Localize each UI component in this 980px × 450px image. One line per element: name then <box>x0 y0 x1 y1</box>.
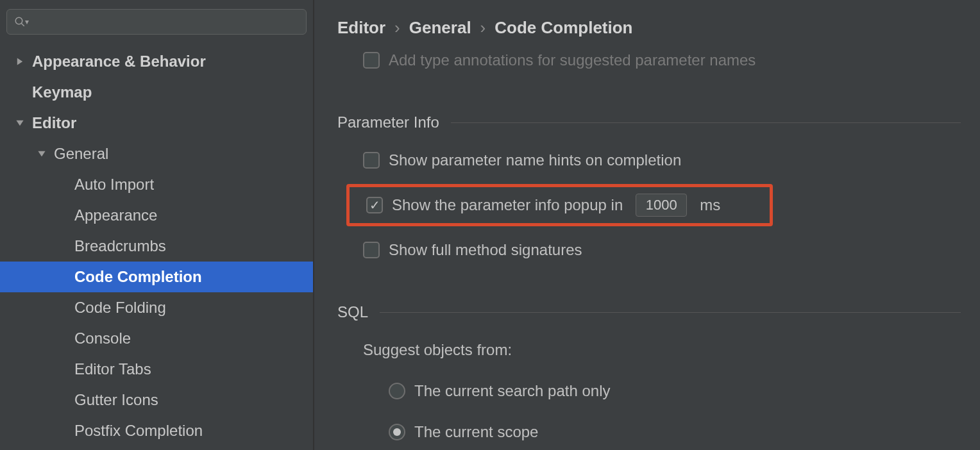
svg-line-1 <box>21 23 24 26</box>
sidebar-item-label: General <box>54 145 108 163</box>
checkbox[interactable] <box>363 52 380 69</box>
sidebar-item-breadcrumbs[interactable]: Breadcrumbs <box>0 231 313 262</box>
sidebar-item-editor[interactable]: Editor <box>0 108 313 138</box>
option-label: Show parameter name hints on completion <box>389 151 681 169</box>
radio-current-scope[interactable]: The current scope <box>337 417 961 447</box>
option-show-param-info-popup[interactable]: Show the parameter info popup in ms <box>353 194 720 217</box>
checkbox[interactable] <box>366 197 383 213</box>
sidebar-item-label: Console <box>74 329 131 347</box>
radio-current-search-path[interactable]: The current search path only <box>337 376 961 406</box>
sidebar-item-label: Appearance <box>74 206 157 224</box>
checkbox[interactable] <box>363 242 380 258</box>
divider <box>451 122 961 123</box>
section-label: Parameter Info <box>337 113 439 131</box>
settings-body: Add type annotations for suggested param… <box>314 52 980 450</box>
chevron-right-icon <box>12 53 28 70</box>
chevron-down-icon <box>12 115 28 131</box>
sidebar-item-label: Editor Tabs <box>74 360 151 378</box>
option-add-type-annotations[interactable]: Add type annotations for suggested param… <box>337 52 961 75</box>
breadcrumb: Editor › General › Code Completion <box>314 0 980 52</box>
sidebar-item-appearance-behavior[interactable]: Appearance & Behavior <box>0 46 313 77</box>
sidebar-item-code-folding[interactable]: Code Folding <box>0 292 313 323</box>
option-label-suffix: ms <box>700 196 720 214</box>
search-input[interactable] <box>33 13 300 30</box>
settings-content: Editor › General › Code Completion Add t… <box>314 0 980 450</box>
radio-button[interactable] <box>389 383 405 399</box>
checkbox[interactable] <box>363 152 380 169</box>
option-label: Show the parameter info popup in <box>392 196 623 214</box>
sidebar-item-general[interactable]: General <box>0 138 313 169</box>
section-sql: SQL <box>337 303 961 321</box>
sidebar-item-label: Editor <box>32 114 76 132</box>
section-parameter-info: Parameter Info <box>337 113 961 131</box>
settings-search[interactable]: ▾ <box>6 9 307 35</box>
option-show-param-name-hints[interactable]: Show parameter name hints on completion <box>337 146 961 175</box>
highlighted-option: Show the parameter info popup in ms <box>346 184 773 226</box>
option-label: Show full method signatures <box>389 241 582 259</box>
param-info-delay-input[interactable] <box>636 194 687 217</box>
sidebar-item-code-completion[interactable]: Code Completion <box>0 262 313 292</box>
settings-tree: Appearance & Behavior Keymap Editor Gene… <box>0 46 313 450</box>
breadcrumb-item[interactable]: Code Completion <box>494 18 632 38</box>
option-label: Suggest objects from: <box>363 341 512 359</box>
suggest-objects-label: Suggest objects from: <box>337 335 961 365</box>
sidebar-item-label: Auto Import <box>74 176 154 194</box>
option-label: The current search path only <box>414 382 611 400</box>
breadcrumb-item[interactable]: General <box>409 18 471 38</box>
chevron-down-icon: ▾ <box>25 17 29 26</box>
breadcrumb-item[interactable]: Editor <box>337 18 385 38</box>
divider <box>380 312 961 313</box>
option-show-full-signatures[interactable]: Show full method signatures <box>337 235 961 265</box>
sidebar-item-label: Keymap <box>32 83 92 101</box>
chevron-down-icon <box>33 146 50 162</box>
sidebar-item-postfix-completion[interactable]: Postfix Completion <box>0 415 313 446</box>
settings-sidebar: ▾ Appearance & Behavior Keymap Editor Ge… <box>0 0 314 450</box>
sidebar-item-auto-import[interactable]: Auto Import <box>0 169 313 200</box>
sidebar-item-gutter-icons[interactable]: Gutter Icons <box>0 385 313 415</box>
sidebar-item-appearance[interactable]: Appearance <box>0 200 313 231</box>
radio-button[interactable] <box>389 424 405 440</box>
option-label: Add type annotations for suggested param… <box>389 52 756 69</box>
sidebar-item-keymap[interactable]: Keymap <box>0 77 313 108</box>
sidebar-item-label: Breadcrumbs <box>74 237 166 255</box>
sidebar-item-console[interactable]: Console <box>0 323 313 354</box>
chevron-right-icon: › <box>480 18 486 38</box>
chevron-right-icon: › <box>394 18 400 38</box>
sidebar-item-label: Code Folding <box>74 299 166 317</box>
sidebar-item-editor-tabs[interactable]: Editor Tabs <box>0 354 313 385</box>
option-label: The current scope <box>414 423 538 441</box>
sidebar-item-label: Appearance & Behavior <box>32 53 206 71</box>
sidebar-item-label: Gutter Icons <box>74 391 158 409</box>
sidebar-item-label: Postfix Completion <box>74 422 203 440</box>
svg-point-0 <box>15 17 22 24</box>
section-label: SQL <box>337 303 368 321</box>
sidebar-item-label: Code Completion <box>74 268 202 286</box>
search-icon <box>13 15 26 28</box>
